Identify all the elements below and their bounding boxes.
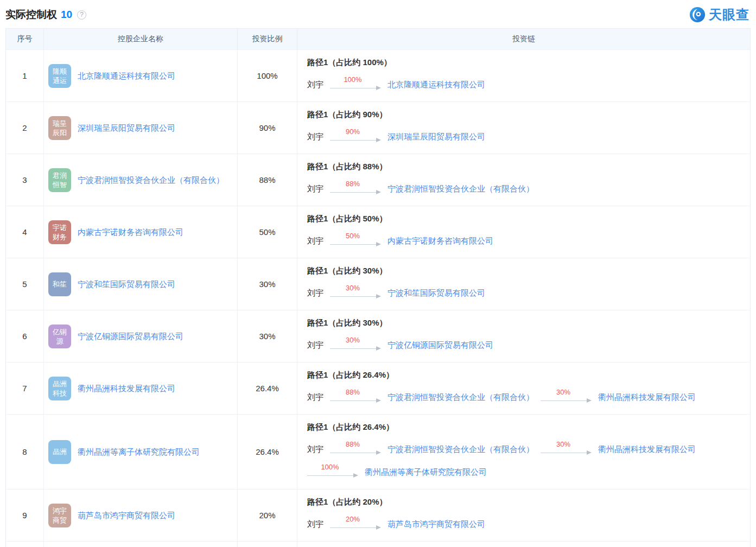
- chain-person-name: 刘宇: [307, 288, 323, 298]
- row-index: 1: [6, 50, 44, 101]
- company-name-link[interactable]: 宁波和笙国际贸易有限公司: [78, 278, 175, 290]
- company-badge-line: 和笙: [53, 279, 67, 289]
- chain-arrow-icon: 90%: [330, 128, 381, 146]
- company-name-link[interactable]: 深圳瑞呈辰阳贸易有限公司: [78, 122, 175, 134]
- company-name-link[interactable]: 衢州晶洲科技发展有限公司: [78, 383, 175, 395]
- chain-person-name: 刘宇: [307, 519, 323, 530]
- company-badge-line: 亿铜: [53, 327, 67, 336]
- actual-control-page: 实际控制权 10 ? 天眼查: [0, 0, 756, 547]
- row-index: 5: [6, 258, 44, 310]
- arrow-percent-label: 100%: [307, 463, 353, 471]
- arrow-line: [330, 348, 376, 349]
- chain-company-link[interactable]: 宁波君润恒智投资合伙企业（有限合伙）: [387, 392, 534, 403]
- company-cell: 亿铜源宁波亿铜源国际贸易有限公司: [44, 310, 238, 362]
- company-badge-icon: 瑞呈辰阳: [48, 116, 71, 140]
- arrow-head: [376, 86, 381, 90]
- arrow-head: [587, 450, 592, 455]
- company-cell: 晶洲衢州晶洲等离子体研究院有限公司: [44, 415, 238, 489]
- arrow-line: [330, 192, 376, 193]
- chain-company-link[interactable]: 内蒙古宇诺财务咨询有限公司: [387, 236, 493, 246]
- investment-ratio: 20%: [238, 489, 297, 541]
- chain-person-name: 刘宇: [307, 80, 323, 90]
- row-index: 9: [6, 489, 44, 541]
- arrow-line: [330, 140, 376, 141]
- company-badge-line: 恒智: [53, 180, 67, 189]
- arrow-head: [376, 525, 381, 530]
- chain-arrow-icon: 30%: [541, 440, 592, 459]
- investment-chain-line: 刘宇88%宁波君润恒智投资合伙企业（有限合伙）30%衢州晶洲科技发展有限公司: [307, 388, 696, 406]
- investment-chain-cell: 路径1（占比约 17.21%）刘宇17.21%宁波君润恒昇创业投资合伙企业（有限…: [297, 542, 750, 547]
- company-badge-icon: 亿铜源: [48, 325, 71, 348]
- chain-person-name: 刘宇: [307, 236, 323, 246]
- arrow-percent-label: 30%: [541, 388, 586, 396]
- chain-company-link[interactable]: 北京隆顺通运科技有限公司: [387, 80, 485, 90]
- chain-company-link[interactable]: 衢州晶洲科技发展有限公司: [598, 444, 696, 455]
- chain-arrow-icon: 30%: [541, 388, 592, 406]
- arrow-line: [541, 400, 587, 401]
- chain-arrow-icon: 50%: [330, 232, 381, 250]
- chain-company-link[interactable]: 深圳瑞呈辰阳贸易有限公司: [387, 132, 485, 142]
- investment-chain-cell: 路径1（占比约 100%）刘宇100%北京隆顺通运科技有限公司: [297, 50, 750, 101]
- arrow-line: [541, 453, 587, 453]
- row-index: 10: [6, 542, 44, 547]
- arrow-percent-label: 20%: [330, 515, 376, 523]
- company-name-link[interactable]: 内蒙古宇诺财务咨询有限公司: [78, 226, 183, 238]
- arrow-line: [330, 296, 376, 297]
- investment-ratio: 100%: [238, 50, 297, 101]
- arrow-head: [376, 398, 381, 403]
- table-row: 10君润恒昇宁波君润恒昇创业投资合伙企业（有限合伙）17.21%路径1（占比约 …: [6, 541, 750, 547]
- investment-chain-line: 100%衢州晶洲等离子体研究院有限公司: [307, 463, 487, 481]
- arrow-head: [376, 346, 381, 351]
- actual-control-table: 序号 控股企业名称 投资比例 投资链 1隆顺通运北京隆顺通运科技有限公司100%…: [5, 28, 751, 547]
- investment-chain-line: 刘宇20%葫芦岛市鸿宇商贸有限公司: [307, 515, 485, 533]
- row-index: 7: [6, 362, 44, 414]
- arrow-percent-label: 88%: [330, 440, 376, 448]
- chain-company-link[interactable]: 宁波亿铜源国际贸易有限公司: [387, 340, 493, 351]
- row-index: 2: [6, 102, 44, 154]
- company-name-link[interactable]: 宁波亿铜源国际贸易有限公司: [78, 330, 183, 342]
- arrow-percent-label: 88%: [330, 180, 376, 188]
- arrow-percent-label: 30%: [541, 440, 586, 448]
- investment-ratio: 30%: [238, 310, 297, 362]
- investment-chain-line: 刘宇50%内蒙古宇诺财务咨询有限公司: [307, 232, 493, 250]
- company-cell: 瑞呈辰阳深圳瑞呈辰阳贸易有限公司: [44, 102, 238, 154]
- company-badge-line: 晶洲: [53, 447, 67, 456]
- chain-arrow-icon: 88%: [330, 180, 381, 198]
- investment-chain-line: 刘宇30%宁波亿铜源国际贸易有限公司: [307, 336, 493, 354]
- title-group: 实际控制权 10 ?: [5, 8, 86, 22]
- company-badge-line: 君润: [53, 171, 67, 180]
- investment-ratio: 17.21%: [238, 542, 297, 547]
- help-icon[interactable]: ?: [77, 10, 86, 20]
- chain-company-link[interactable]: 衢州晶洲科技发展有限公司: [598, 392, 696, 403]
- company-cell: 隆顺通运北京隆顺通运科技有限公司: [44, 50, 238, 101]
- row-index: 8: [6, 415, 44, 489]
- investment-ratio: 26.4%: [238, 362, 297, 414]
- investment-ratio: 88%: [238, 154, 297, 206]
- chain-arrow-icon: 100%: [307, 463, 358, 481]
- company-badge-line: 通运: [53, 76, 67, 85]
- arrow-head: [353, 473, 358, 478]
- investment-chain-cell: 路径1（占比约 88%）刘宇88%宁波君润恒智投资合伙企业（有限合伙）: [297, 154, 750, 206]
- company-cell: 鸿宇商贸葫芦岛市鸿宇商贸有限公司: [44, 489, 238, 541]
- company-name-link[interactable]: 衢州晶洲等离子体研究院有限公司: [78, 446, 200, 458]
- tianyancha-logo[interactable]: 天眼查: [689, 6, 749, 23]
- chain-company-link[interactable]: 宁波君润恒智投资合伙企业（有限合伙）: [387, 444, 534, 455]
- company-cell: 晶洲科技衢州晶洲科技发展有限公司: [44, 362, 238, 414]
- arrow-percent-label: 30%: [330, 336, 376, 344]
- chain-person-name: 刘宇: [307, 444, 323, 455]
- company-badge-icon: 和笙: [48, 272, 71, 296]
- company-name-link[interactable]: 葫芦岛市鸿宇商贸有限公司: [78, 510, 175, 521]
- company-name-link[interactable]: 北京隆顺通运科技有限公司: [78, 70, 175, 82]
- path-title: 路径1（占比约 90%）: [307, 110, 387, 120]
- topbar: 实际控制权 10 ? 天眼查: [0, 0, 756, 28]
- arrow-percent-label: 88%: [330, 388, 376, 396]
- arrow-line: [330, 527, 376, 528]
- path-title: 路径1（占比约 88%）: [307, 162, 387, 172]
- arrow-head: [376, 294, 381, 298]
- company-name-link[interactable]: 宁波君润恒智投资合伙企业（有限合伙）: [78, 174, 224, 186]
- chain-company-link[interactable]: 宁波君润恒智投资合伙企业（有限合伙）: [387, 184, 534, 194]
- chain-company-link[interactable]: 衢州晶洲等离子体研究院有限公司: [365, 467, 487, 478]
- arrow-line: [307, 475, 353, 476]
- chain-company-link[interactable]: 葫芦岛市鸿宇商贸有限公司: [387, 519, 485, 530]
- chain-company-link[interactable]: 宁波和笙国际贸易有限公司: [387, 288, 485, 298]
